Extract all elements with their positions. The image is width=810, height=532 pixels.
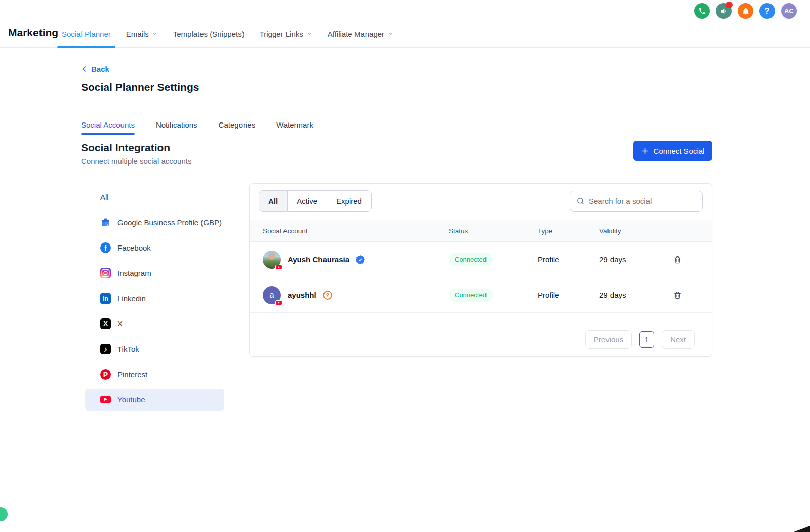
- page-title: Social Planner Settings: [81, 81, 199, 93]
- validity-cell: 29 days: [599, 255, 663, 264]
- linkedin-glyph: in: [100, 293, 111, 304]
- sidebar-item-x[interactable]: X X: [85, 313, 224, 335]
- back-label: Back: [91, 65, 109, 73]
- main-nav: Social Planner Emails Templates (Snippet…: [62, 20, 393, 48]
- bell-icon[interactable]: [738, 3, 753, 19]
- account-avatar: a: [263, 286, 281, 304]
- help-badge-icon[interactable]: ?: [323, 291, 332, 300]
- table-row: a ayushhl ? Connected Profile 29 days: [250, 277, 712, 313]
- nav-tab-affiliate-manager[interactable]: Affiliate Manager: [328, 20, 393, 48]
- nav-tab-label: Trigger Links: [260, 30, 303, 38]
- filter-active-button[interactable]: Active: [287, 191, 327, 211]
- nav-tab-emails[interactable]: Emails: [126, 20, 158, 48]
- x-glyph: X: [100, 318, 111, 329]
- avatar-letter: a: [269, 290, 274, 300]
- connect-social-label: Connect Social: [654, 147, 705, 155]
- sidebar-item-all[interactable]: All: [85, 186, 224, 208]
- google-business-profile-icon: G: [100, 217, 111, 228]
- search-box: [570, 191, 703, 212]
- sidebar-item-google-business-profile[interactable]: G Google Business Profile (GBP): [85, 212, 224, 233]
- facebook-icon: f: [100, 242, 111, 253]
- nav-tab-label: Emails: [126, 30, 149, 38]
- column-validity: Validity: [599, 227, 663, 235]
- status-filter-group: All Active Expired: [259, 190, 372, 212]
- sidebar-item-label: Instagram: [117, 269, 151, 277]
- account-name: Ayush Chaurasia: [288, 255, 349, 264]
- tab-categories[interactable]: Categories: [219, 115, 256, 134]
- linkedin-icon: in: [100, 293, 111, 304]
- tiktok-icon: ♪: [100, 344, 111, 354]
- header-icon-group: ? AC: [694, 3, 797, 19]
- filter-all-button[interactable]: All: [259, 191, 287, 211]
- help-icon[interactable]: ?: [759, 3, 775, 19]
- sidebar-item-label: X: [117, 319, 123, 328]
- type-cell: Profile: [538, 291, 599, 299]
- youtube-icon: [100, 394, 111, 405]
- nav-tab-label: Social Planner: [62, 30, 111, 38]
- tab-watermark[interactable]: Watermark: [276, 115, 313, 134]
- page-number-button[interactable]: 1: [639, 331, 654, 348]
- pinterest-glyph: P: [100, 369, 111, 380]
- nav-tab-social-planner[interactable]: Social Planner: [62, 20, 111, 48]
- user-avatar[interactable]: AC: [781, 3, 797, 19]
- pagination: Previous 1 Next: [585, 330, 695, 349]
- sidebar-item-label: Google Business Profile (GBP): [117, 218, 222, 227]
- youtube-badge-icon: [275, 300, 282, 305]
- sidebar-item-tiktok[interactable]: ♪ TikTok: [85, 338, 224, 360]
- megaphone-icon[interactable]: [716, 3, 732, 19]
- megaphone-glyph: [720, 7, 728, 15]
- chat-widget-bubble[interactable]: [0, 507, 8, 521]
- sidebar-item-facebook[interactable]: f Facebook: [85, 237, 224, 259]
- status-badge: Connected: [449, 289, 493, 302]
- app-section-title: Marketing: [8, 27, 58, 39]
- account-name: ayushhl: [288, 291, 316, 299]
- verified-badge-icon: [356, 255, 365, 264]
- corner-artifact: [794, 526, 810, 532]
- sidebar-item-youtube[interactable]: Youtube: [85, 389, 224, 411]
- tab-label: Social Accounts: [81, 120, 135, 129]
- plus-icon: [641, 147, 649, 155]
- tab-label: Categories: [219, 120, 256, 129]
- phone-icon[interactable]: [694, 3, 710, 19]
- tab-notifications[interactable]: Notifications: [156, 115, 197, 134]
- svg-text:G: G: [107, 224, 109, 226]
- chevron-down-icon: [152, 31, 158, 37]
- table-row: Ayush Chaurasia Connected Profile 29 day…: [250, 242, 712, 277]
- search-icon: [576, 197, 585, 206]
- nav-tab-templates[interactable]: Templates (Snippets): [173, 20, 245, 48]
- tiktok-glyph: ♪: [100, 344, 111, 354]
- column-status: Status: [449, 227, 538, 235]
- tab-social-accounts[interactable]: Social Accounts: [81, 115, 135, 134]
- top-bar: Marketing Social Planner Emails Template…: [0, 0, 810, 48]
- back-link[interactable]: Back: [81, 65, 109, 73]
- pinterest-icon: P: [100, 369, 111, 380]
- column-type: Type: [538, 227, 599, 235]
- account-cell: a ayushhl ?: [263, 286, 449, 304]
- chevron-left-icon: [81, 66, 88, 72]
- account-avatar: [263, 251, 281, 269]
- nav-tab-label: Templates (Snippets): [173, 30, 245, 38]
- section-subtitle: Connect multiple social accounts: [81, 157, 191, 166]
- sidebar-item-label: TikTok: [117, 345, 139, 353]
- column-social-account: Social Account: [263, 227, 449, 235]
- chevron-down-icon: [306, 31, 312, 37]
- sidebar-item-pinterest[interactable]: P Pinterest: [85, 363, 224, 385]
- help-glyph: ?: [765, 7, 770, 16]
- filter-expired-button[interactable]: Expired: [327, 191, 371, 211]
- next-page-button[interactable]: Next: [662, 330, 695, 349]
- facebook-glyph: f: [100, 242, 111, 253]
- trash-icon: [673, 291, 682, 300]
- sidebar-item-instagram[interactable]: Instagram: [85, 262, 224, 284]
- sidebar-item-linkedin[interactable]: in Linkedin: [85, 288, 224, 309]
- delete-account-button[interactable]: [673, 291, 682, 300]
- sidebar-item-label: Linkedin: [117, 294, 146, 303]
- validity-cell: 29 days: [599, 291, 663, 299]
- nav-tab-trigger-links[interactable]: Trigger Links: [260, 20, 312, 48]
- chevron-down-icon: [387, 31, 393, 37]
- search-input[interactable]: [589, 197, 696, 206]
- delete-account-button[interactable]: [673, 255, 682, 264]
- connect-social-button[interactable]: Connect Social: [633, 141, 712, 161]
- nav-tab-label: Affiliate Manager: [328, 30, 384, 38]
- previous-page-button[interactable]: Previous: [585, 330, 632, 349]
- instagram-icon: [100, 268, 111, 278]
